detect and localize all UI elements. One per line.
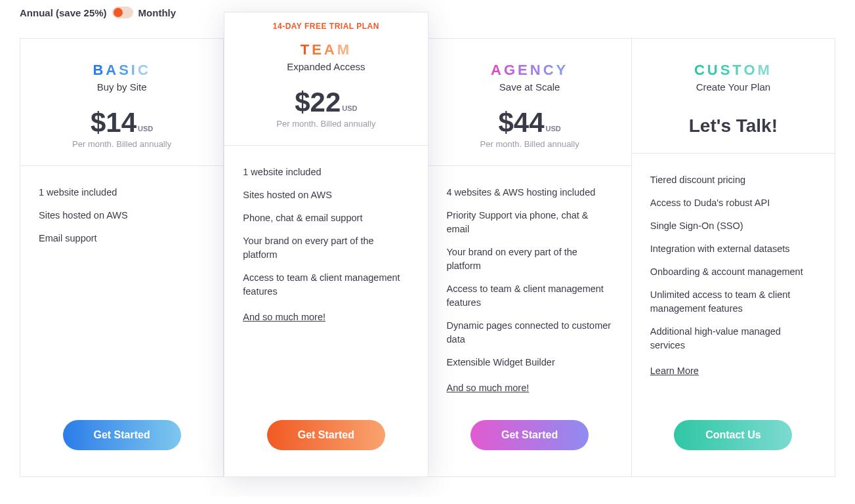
list-item: 1 website included xyxy=(243,165,409,179)
plan-agency-price: $44 xyxy=(498,109,544,136)
save-label: (save 25%) xyxy=(53,7,107,18)
plan-team-currency: USD xyxy=(342,104,357,116)
list-item: Access to team & client management featu… xyxy=(243,271,409,299)
plan-team-price-note: Per month. Billed annually xyxy=(238,119,414,129)
list-item: Extensible Widget Builder xyxy=(447,356,613,369)
plan-custom-features: Tiered discount pricing Access to Duda's… xyxy=(632,154,835,407)
plan-agency-features: 4 websites & AWS hosting included Priori… xyxy=(428,166,631,407)
plan-team-price: $22 xyxy=(295,89,341,116)
plan-team-subtitle: Expanded Access xyxy=(238,61,414,72)
plan-basic-price-note: Per month. Billed annually xyxy=(33,139,210,149)
plan-basic-cta-wrap: Get Started xyxy=(20,407,223,476)
plan-team-more-link[interactable]: And so much more! xyxy=(243,312,325,322)
plan-agency-price-note: Per month. Billed annually xyxy=(442,139,618,149)
annual-label-text: Annual xyxy=(20,7,53,18)
plan-team-cta-wrap: Get Started xyxy=(224,407,427,476)
plan-team: 14-DAY FREE TRIAL PLAN TEAM Expanded Acc… xyxy=(224,12,428,477)
list-item: Additional high-value managed services xyxy=(650,325,816,352)
annual-label: Annual (save 25%) xyxy=(20,7,107,18)
plan-agency-currency: USD xyxy=(546,125,561,136)
plan-custom-cta-wrap: Contact Us xyxy=(632,407,835,476)
plan-custom-title: CUSTOM xyxy=(645,62,822,79)
list-item: Unlimited access to team & client manage… xyxy=(650,288,816,316)
list-item: Access to Duda's robust API xyxy=(650,196,816,210)
plan-basic-title: BASIC xyxy=(33,62,210,79)
plan-custom-more-link[interactable]: Learn More xyxy=(650,366,699,376)
plan-basic-price-row: $14 USD xyxy=(33,109,210,136)
plan-basic-currency: USD xyxy=(138,125,153,136)
list-item: Single Sign-On (SSO) xyxy=(650,219,816,233)
list-item: Your brand on every part of the platform xyxy=(447,245,613,273)
plan-team-features: 1 website included Sites hosted on AWS P… xyxy=(224,146,427,407)
plan-custom: CUSTOM Create Your Plan Let's Talk! Tier… xyxy=(632,38,835,477)
plan-team-price-row: $22 USD xyxy=(238,89,414,116)
plan-agency-cta-wrap: Get Started xyxy=(428,407,631,476)
list-item: 1 website included xyxy=(39,186,205,200)
get-started-team-button[interactable]: Get Started xyxy=(267,420,385,450)
list-item: Tiered discount pricing xyxy=(650,173,816,187)
list-item: Sites hosted on AWS xyxy=(243,188,409,202)
plan-agency-subtitle: Save at Scale xyxy=(442,81,618,93)
list-item: Dynamic pages connected to customer data xyxy=(447,319,613,346)
plan-custom-lets-talk: Let's Talk! xyxy=(645,116,822,136)
list-item: 4 websites & AWS hosting included xyxy=(447,186,613,200)
get-started-basic-button[interactable]: Get Started xyxy=(63,420,181,450)
plan-basic: BASIC Buy by Site $14 USD Per month. Bil… xyxy=(20,38,224,477)
list-item: Integration with external datasets xyxy=(650,242,816,256)
plan-basic-header: BASIC Buy by Site $14 USD Per month. Bil… xyxy=(20,39,223,166)
get-started-agency-button[interactable]: Get Started xyxy=(470,420,589,450)
pricing-plans: BASIC Buy by Site $14 USD Per month. Bil… xyxy=(20,38,835,477)
monthly-label: Monthly xyxy=(138,7,177,18)
list-item: Your brand on every part of the platform xyxy=(243,234,409,262)
contact-us-button[interactable]: Contact Us xyxy=(674,420,792,450)
plan-agency-header: AGENCY Save at Scale $44 USD Per month. … xyxy=(428,39,631,166)
list-item: Access to team & client management featu… xyxy=(447,282,613,310)
list-item: Onboarding & account management xyxy=(650,265,816,279)
list-item: Priority Support via phone, chat & email xyxy=(447,209,613,236)
billing-toggle[interactable] xyxy=(112,7,133,18)
plan-custom-header: CUSTOM Create Your Plan Let's Talk! xyxy=(632,39,835,154)
plan-team-title: TEAM xyxy=(238,41,414,58)
plan-basic-features: 1 website included Sites hosted on AWS E… xyxy=(20,166,223,407)
list-item: Phone, chat & email support xyxy=(243,211,409,225)
plan-team-header: TEAM Expanded Access $22 USD Per month. … xyxy=(224,35,427,146)
plan-agency: AGENCY Save at Scale $44 USD Per month. … xyxy=(428,38,632,477)
trial-banner: 14-DAY FREE TRIAL PLAN xyxy=(224,12,427,35)
list-item: Email support xyxy=(39,232,205,245)
plan-agency-title: AGENCY xyxy=(442,62,618,79)
plan-agency-price-row: $44 USD xyxy=(442,109,618,136)
plan-basic-subtitle: Buy by Site xyxy=(33,81,210,93)
plan-agency-more-link[interactable]: And so much more! xyxy=(447,383,530,393)
list-item: Sites hosted on AWS xyxy=(39,209,205,222)
toggle-knob-icon xyxy=(114,8,123,17)
plan-basic-price: $14 xyxy=(91,109,136,136)
plan-custom-subtitle: Create Your Plan xyxy=(645,81,822,93)
